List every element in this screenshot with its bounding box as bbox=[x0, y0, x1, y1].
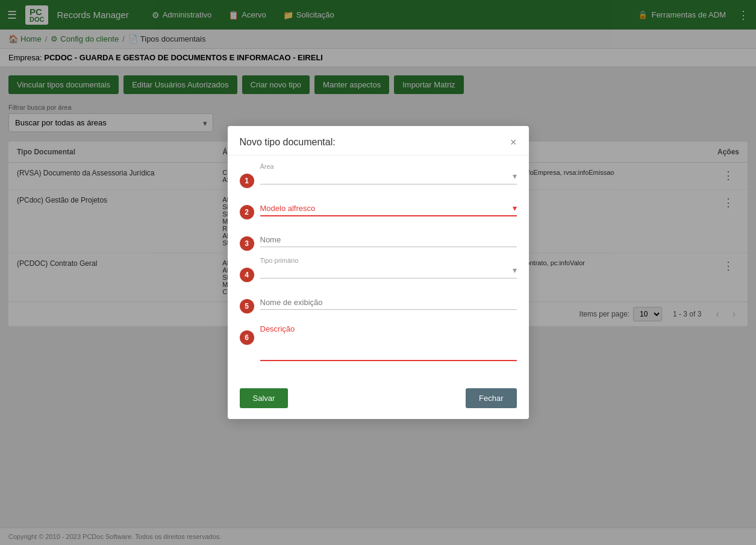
modelo-select-wrap: Modelo alfresco ▾ bbox=[260, 199, 517, 216]
field-row-area: 1 ▾ Área bbox=[240, 168, 517, 188]
field-number-1: 1 bbox=[240, 174, 254, 188]
nome-input[interactable] bbox=[260, 230, 517, 247]
field-wrap-descricao: Descrição bbox=[260, 324, 517, 363]
tipo-primario-select-wrap: ▾ bbox=[260, 262, 517, 279]
field-wrap-nome-exibicao bbox=[260, 293, 517, 310]
field-row-nome-exibicao: 5 bbox=[240, 293, 517, 313]
modal: Novo tipo documental: × 1 ▾ Área bbox=[228, 126, 529, 419]
modal-title: Novo tipo documental: bbox=[240, 137, 336, 148]
field-wrap-area: ▾ Área bbox=[260, 168, 517, 184]
modelo-select[interactable]: Modelo alfresco bbox=[260, 199, 517, 216]
tipo-primario-select[interactable] bbox=[260, 262, 517, 279]
modal-header: Novo tipo documental: × bbox=[228, 126, 529, 156]
modal-body: 1 ▾ Área 2 Modelo al bbox=[228, 156, 529, 380]
field-number-2: 2 bbox=[240, 205, 254, 219]
field-wrap-tipo-primario: ▾ Tipo primário bbox=[260, 262, 517, 279]
field-number-3: 3 bbox=[240, 236, 254, 251]
field-number-5: 5 bbox=[240, 299, 254, 313]
field-row-nome: 3 bbox=[240, 230, 517, 251]
modal-footer: Salvar Fechar bbox=[228, 380, 529, 419]
field-number-4: 4 bbox=[240, 268, 254, 282]
descricao-label: Descrição bbox=[260, 324, 517, 333]
modal-overlay[interactable]: Novo tipo documental: × 1 ▾ Área bbox=[0, 0, 756, 545]
field-row-modelo: 2 Modelo alfresco ▾ bbox=[240, 199, 517, 219]
field-number-6: 6 bbox=[240, 330, 254, 345]
save-button[interactable]: Salvar bbox=[240, 388, 289, 408]
field-wrap-nome bbox=[260, 230, 517, 247]
descricao-textarea[interactable] bbox=[260, 335, 517, 361]
close-button[interactable]: Fechar bbox=[466, 388, 516, 408]
field-row-tipo-primario: 4 ▾ Tipo primário bbox=[240, 262, 517, 282]
field-row-descricao: 6 Descrição bbox=[240, 324, 517, 363]
area-select-wrap: ▾ bbox=[260, 168, 517, 184]
modal-close-button[interactable]: × bbox=[510, 137, 517, 148]
field-wrap-modelo: Modelo alfresco ▾ bbox=[260, 199, 517, 216]
area-select[interactable] bbox=[260, 168, 517, 184]
nome-exibicao-input[interactable] bbox=[260, 293, 517, 310]
